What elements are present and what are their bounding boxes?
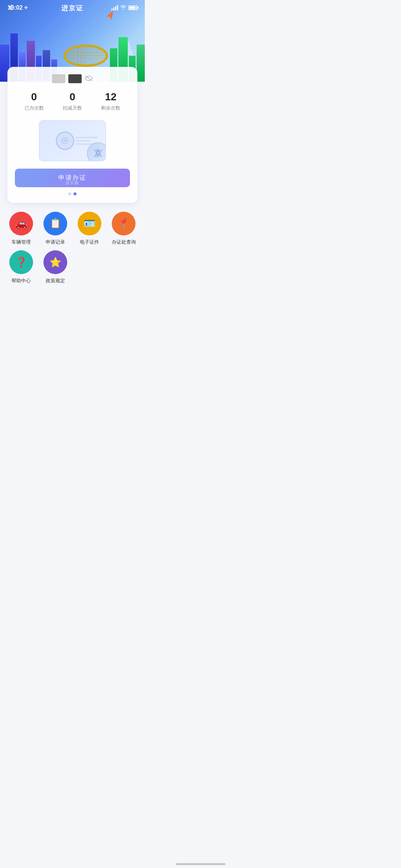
menu-row-1: 🚗车辆管理📋申请记录🪪电子证件📍办证处查询 (0, 203, 145, 249)
menu-item-ecert[interactable]: 🪪电子证件 (74, 212, 105, 246)
stats-row: 0 已办次数 0 扣减天数 12 剩余次数 (15, 91, 130, 111)
toggle-visibility-button[interactable] (85, 75, 93, 83)
status-icons (111, 5, 137, 11)
signal-icon (111, 5, 118, 10)
menu-label-help: 帮助中心 (12, 278, 31, 284)
stat-processed: 0 已办次数 (25, 91, 44, 111)
plate-number-area (15, 74, 130, 83)
stat-remaining: 12 剩余次数 (101, 91, 120, 111)
main-card: 0 已办次数 0 扣减天数 12 剩余次数 京 (7, 67, 137, 203)
stat-deducted-label: 扣减天数 (63, 105, 82, 111)
menu-item-records[interactable]: 📋申请记录 (40, 212, 71, 246)
stat-processed-label: 已办次数 (25, 105, 44, 111)
cert-card: 京 (39, 120, 106, 161)
stat-deducted-value: 0 (63, 91, 82, 103)
menu-icon-office: 📍 (112, 212, 136, 235)
plate-left (52, 74, 65, 83)
menu-item-vehicle[interactable]: 🚗车辆管理 (6, 212, 36, 246)
time-display: 19:02 (7, 4, 23, 11)
menu-icon-policy: ⭐ (43, 250, 67, 274)
dot-2[interactable] (74, 192, 76, 195)
stat-deducted: 0 扣减天数 (63, 91, 82, 111)
menu-icon-help: ❓ (9, 250, 33, 274)
menu-row-2: ❓帮助中心⭐政策规定 (0, 249, 145, 295)
menu-item-policy[interactable]: ⭐政策规定 (40, 250, 71, 284)
battery-icon (128, 6, 137, 10)
menu-label-policy: 政策规定 (46, 278, 65, 284)
menu-icon-records: 📋 (43, 212, 67, 235)
menu-label-vehicle: 车辆管理 (12, 239, 31, 246)
stat-remaining-value: 12 (101, 91, 120, 103)
stat-processed-value: 0 (25, 91, 44, 103)
cert-jing-badge: 京 (87, 142, 106, 161)
pagination-dots (15, 192, 130, 195)
stat-remaining-label: 剩余次数 (101, 105, 120, 111)
cert-preview: 京 (15, 120, 130, 161)
plate-right (68, 74, 82, 83)
menu-label-ecert: 电子证件 (80, 239, 99, 246)
watermark-label: 固安圈 (66, 181, 79, 186)
menu-item-help[interactable]: ❓帮助中心 (6, 250, 36, 284)
apply-button[interactable]: 申请办证 固安圈 (15, 169, 130, 187)
menu-icon-ecert: 🪪 (78, 212, 101, 235)
menu-item-office[interactable]: 📍办证处查询 (108, 212, 139, 246)
menu-label-office: 办证处查询 (112, 239, 136, 246)
status-bar: 19:02 ✈ (0, 0, 145, 14)
menu-icon-vehicle: 🚗 (9, 212, 33, 235)
menu-label-records: 申请记录 (46, 239, 65, 246)
cert-medal (56, 131, 74, 150)
wifi-icon (120, 5, 126, 11)
dot-1[interactable] (68, 192, 71, 195)
location-icon: ✈ (24, 5, 28, 10)
status-time: 19:02 ✈ (7, 4, 28, 11)
